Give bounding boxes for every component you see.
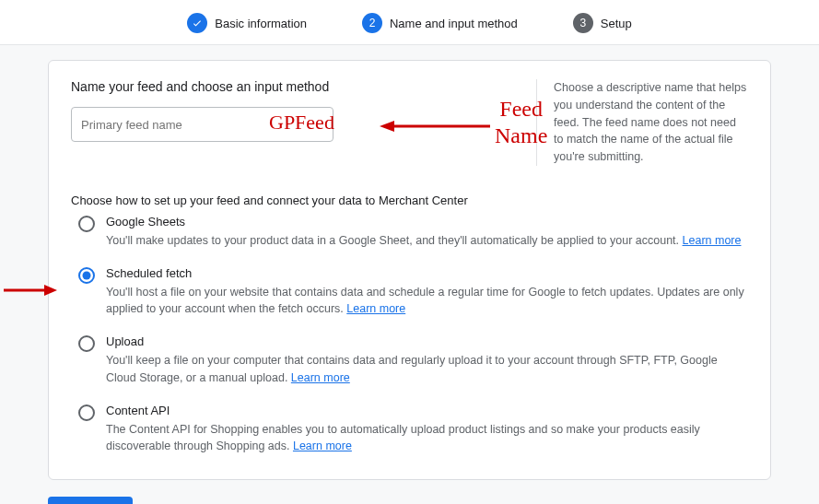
feed-card: Name your feed and choose an input metho… xyxy=(48,60,771,480)
card-heading: Name your feed and choose an input metho… xyxy=(71,79,518,94)
help-text: Choose a descriptive name that helps you… xyxy=(536,79,748,166)
step-name-input: 2 Name and input method xyxy=(362,13,518,33)
annotation-arrow-feed xyxy=(380,120,490,133)
step-basic-info: Basic information xyxy=(187,13,307,33)
option-title: Google Sheets xyxy=(106,215,748,229)
option-desc: You'll keep a file on your computer that… xyxy=(106,352,748,387)
step-number-icon: 2 xyxy=(362,13,382,33)
option-title: Scheduled fetch xyxy=(106,266,748,280)
option-desc: You'll make updates to your product data… xyxy=(106,232,748,250)
radio-icon[interactable] xyxy=(78,216,95,232)
action-row: Continue Back xyxy=(48,497,771,504)
option-title: Upload xyxy=(106,334,748,348)
option-desc: You'll host a file on your website that … xyxy=(106,284,748,319)
feed-name-input[interactable] xyxy=(71,107,333,142)
option-content-api[interactable]: Content API The Content API for Shopping… xyxy=(78,404,748,456)
radio-icon[interactable] xyxy=(78,335,95,352)
learn-more-link[interactable]: Learn more xyxy=(293,440,352,452)
continue-button[interactable]: Continue xyxy=(48,497,133,504)
sub-heading: Choose how to set up your feed and conne… xyxy=(71,193,748,207)
step-label: Setup xyxy=(601,17,632,30)
radio-icon[interactable] xyxy=(78,267,95,284)
page-body: Name your feed and choose an input metho… xyxy=(0,45,819,504)
stepper: Basic information 2 Name and input metho… xyxy=(0,0,819,45)
option-desc: The Content API for Shopping enables you… xyxy=(106,421,748,456)
learn-more-link[interactable]: Learn more xyxy=(291,371,350,384)
step-label: Name and input method xyxy=(390,17,518,30)
option-title: Content API xyxy=(106,404,748,417)
learn-more-link[interactable]: Learn more xyxy=(346,302,405,315)
step-number-icon: 3 xyxy=(573,13,593,33)
learn-more-link[interactable]: Learn more xyxy=(683,234,742,247)
svg-marker-3 xyxy=(380,121,394,132)
step-label: Basic information xyxy=(215,17,307,30)
radio-icon[interactable] xyxy=(78,404,95,421)
step-setup: 3 Setup xyxy=(573,13,632,33)
input-method-options: Google Sheets You'll make updates to you… xyxy=(71,215,748,455)
check-icon xyxy=(187,13,207,33)
option-google-sheets[interactable]: Google Sheets You'll make updates to you… xyxy=(78,215,748,250)
option-upload[interactable]: Upload You'll keep a file on your comput… xyxy=(78,334,748,387)
option-scheduled-fetch[interactable]: Scheduled fetch You'll host a file on yo… xyxy=(78,266,748,319)
